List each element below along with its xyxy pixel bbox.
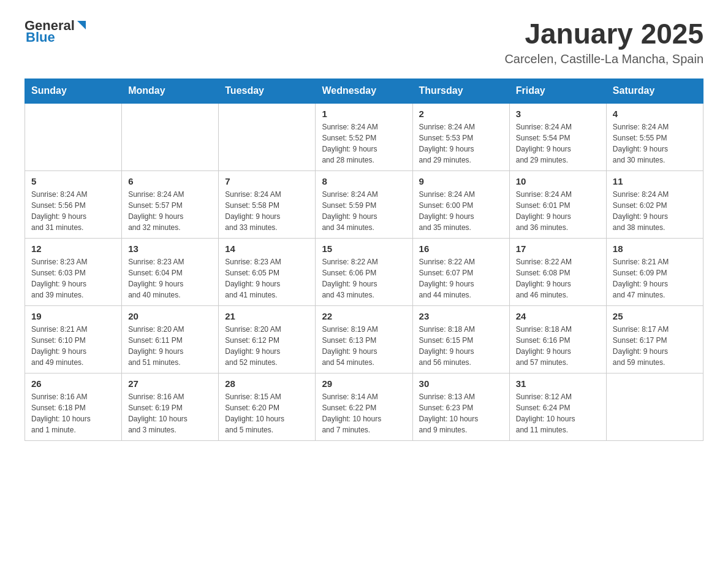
logo: General Blue (25, 18, 87, 44)
calendar-cell: 24Sunrise: 8:18 AMSunset: 6:16 PMDayligh… (509, 305, 606, 373)
calendar-cell: 3Sunrise: 8:24 AMSunset: 5:54 PMDaylight… (509, 103, 606, 171)
day-info: Sunrise: 8:24 AMSunset: 6:00 PMDaylight:… (419, 189, 503, 233)
day-number: 2 (419, 109, 503, 119)
calendar-cell: 20Sunrise: 8:20 AMSunset: 6:11 PMDayligh… (122, 305, 219, 373)
calendar-cell: 5Sunrise: 8:24 AMSunset: 5:56 PMDaylight… (25, 170, 122, 238)
calendar-cell: 10Sunrise: 8:24 AMSunset: 6:01 PMDayligh… (509, 170, 606, 238)
calendar-cell: 14Sunrise: 8:23 AMSunset: 6:05 PMDayligh… (219, 238, 316, 305)
calendar-cell: 21Sunrise: 8:20 AMSunset: 6:12 PMDayligh… (219, 305, 316, 373)
calendar-cell: 25Sunrise: 8:17 AMSunset: 6:17 PMDayligh… (606, 305, 703, 373)
day-number: 5 (31, 176, 115, 186)
day-number: 30 (419, 378, 503, 389)
calendar-cell (122, 103, 219, 171)
calendar-cell: 11Sunrise: 8:24 AMSunset: 6:02 PMDayligh… (606, 170, 703, 238)
calendar-cell: 15Sunrise: 8:22 AMSunset: 6:06 PMDayligh… (316, 238, 412, 305)
day-info: Sunrise: 8:15 AMSunset: 6:20 PMDaylight:… (225, 391, 309, 435)
day-number: 18 (613, 243, 697, 254)
day-number: 7 (225, 176, 309, 186)
day-number: 10 (516, 176, 600, 186)
weekday-header-thursday: Thursday (412, 79, 509, 103)
day-number: 8 (322, 176, 406, 186)
calendar-cell: 6Sunrise: 8:24 AMSunset: 5:57 PMDaylight… (122, 170, 219, 238)
calendar-cell: 9Sunrise: 8:24 AMSunset: 6:00 PMDaylight… (412, 170, 509, 238)
day-info: Sunrise: 8:24 AMSunset: 6:02 PMDaylight:… (613, 189, 697, 233)
calendar-cell: 16Sunrise: 8:22 AMSunset: 6:07 PMDayligh… (412, 238, 509, 305)
calendar-cell: 18Sunrise: 8:21 AMSunset: 6:09 PMDayligh… (606, 238, 703, 305)
day-number: 22 (322, 311, 406, 321)
day-info: Sunrise: 8:18 AMSunset: 6:16 PMDaylight:… (516, 324, 600, 368)
day-info: Sunrise: 8:24 AMSunset: 5:53 PMDaylight:… (419, 121, 503, 166)
calendar-week-row: 1Sunrise: 8:24 AMSunset: 5:52 PMDaylight… (25, 103, 703, 171)
calendar-cell: 7Sunrise: 8:24 AMSunset: 5:58 PMDaylight… (219, 170, 316, 238)
day-info: Sunrise: 8:13 AMSunset: 6:23 PMDaylight:… (419, 391, 503, 435)
calendar-cell: 2Sunrise: 8:24 AMSunset: 5:53 PMDaylight… (412, 103, 509, 171)
day-info: Sunrise: 8:24 AMSunset: 5:57 PMDaylight:… (128, 189, 212, 233)
weekday-header-sunday: Sunday (25, 79, 122, 103)
day-info: Sunrise: 8:24 AMSunset: 5:52 PMDaylight:… (322, 121, 406, 166)
day-info: Sunrise: 8:17 AMSunset: 6:17 PMDaylight:… (613, 324, 697, 368)
calendar-subtitle: Carcelen, Castille-La Mancha, Spain (504, 52, 703, 66)
weekday-header-saturday: Saturday (606, 79, 703, 103)
page-header: General Blue January 2025 Carcelen, Cast… (25, 18, 703, 66)
day-number: 6 (128, 176, 212, 186)
day-number: 14 (225, 243, 309, 254)
calendar-table: SundayMondayTuesdayWednesdayThursdayFrid… (25, 79, 703, 441)
day-info: Sunrise: 8:14 AMSunset: 6:22 PMDaylight:… (322, 391, 406, 435)
day-number: 15 (322, 243, 406, 254)
day-info: Sunrise: 8:22 AMSunset: 6:07 PMDaylight:… (419, 256, 503, 301)
day-info: Sunrise: 8:24 AMSunset: 5:54 PMDaylight:… (516, 121, 600, 166)
calendar-cell: 27Sunrise: 8:16 AMSunset: 6:19 PMDayligh… (122, 373, 219, 440)
day-info: Sunrise: 8:16 AMSunset: 6:18 PMDaylight:… (31, 391, 115, 435)
day-info: Sunrise: 8:24 AMSunset: 6:01 PMDaylight:… (516, 189, 600, 233)
logo-triangle-icon (76, 20, 87, 31)
calendar-cell: 26Sunrise: 8:16 AMSunset: 6:18 PMDayligh… (25, 373, 122, 440)
day-number: 9 (419, 176, 503, 186)
day-number: 16 (419, 243, 503, 254)
day-number: 4 (613, 109, 697, 119)
day-number: 1 (322, 109, 406, 119)
calendar-title: January 2025 (504, 18, 703, 50)
calendar-cell: 22Sunrise: 8:19 AMSunset: 6:13 PMDayligh… (316, 305, 412, 373)
day-number: 31 (516, 378, 600, 389)
day-info: Sunrise: 8:16 AMSunset: 6:19 PMDaylight:… (128, 391, 212, 435)
day-info: Sunrise: 8:12 AMSunset: 6:24 PMDaylight:… (516, 391, 600, 435)
day-info: Sunrise: 8:21 AMSunset: 6:10 PMDaylight:… (31, 324, 115, 368)
weekday-header-friday: Friday (509, 79, 606, 103)
day-number: 3 (516, 109, 600, 119)
day-info: Sunrise: 8:18 AMSunset: 6:15 PMDaylight:… (419, 324, 503, 368)
day-number: 13 (128, 243, 212, 254)
day-number: 17 (516, 243, 600, 254)
day-info: Sunrise: 8:24 AMSunset: 5:59 PMDaylight:… (322, 189, 406, 233)
day-info: Sunrise: 8:23 AMSunset: 6:04 PMDaylight:… (128, 256, 212, 301)
calendar-cell (606, 373, 703, 440)
calendar-week-row: 5Sunrise: 8:24 AMSunset: 5:56 PMDaylight… (25, 170, 703, 238)
day-info: Sunrise: 8:24 AMSunset: 5:58 PMDaylight:… (225, 189, 309, 233)
weekday-header-row: SundayMondayTuesdayWednesdayThursdayFrid… (25, 79, 703, 103)
svg-marker-0 (77, 21, 86, 29)
day-info: Sunrise: 8:22 AMSunset: 6:06 PMDaylight:… (322, 256, 406, 301)
title-block: January 2025 Carcelen, Castille-La Manch… (504, 18, 703, 66)
calendar-cell: 8Sunrise: 8:24 AMSunset: 5:59 PMDaylight… (316, 170, 412, 238)
day-info: Sunrise: 8:24 AMSunset: 5:55 PMDaylight:… (613, 121, 697, 166)
day-number: 12 (31, 243, 115, 254)
day-number: 29 (322, 378, 406, 389)
calendar-cell (219, 103, 316, 171)
day-number: 21 (225, 311, 309, 321)
day-number: 28 (225, 378, 309, 389)
calendar-cell: 28Sunrise: 8:15 AMSunset: 6:20 PMDayligh… (219, 373, 316, 440)
day-info: Sunrise: 8:21 AMSunset: 6:09 PMDaylight:… (613, 256, 697, 301)
calendar-week-row: 19Sunrise: 8:21 AMSunset: 6:10 PMDayligh… (25, 305, 703, 373)
day-info: Sunrise: 8:23 AMSunset: 6:03 PMDaylight:… (31, 256, 115, 301)
calendar-cell: 4Sunrise: 8:24 AMSunset: 5:55 PMDaylight… (606, 103, 703, 171)
calendar-cell: 1Sunrise: 8:24 AMSunset: 5:52 PMDaylight… (316, 103, 412, 171)
calendar-week-row: 26Sunrise: 8:16 AMSunset: 6:18 PMDayligh… (25, 373, 703, 440)
day-info: Sunrise: 8:23 AMSunset: 6:05 PMDaylight:… (225, 256, 309, 301)
day-number: 19 (31, 311, 115, 321)
day-info: Sunrise: 8:22 AMSunset: 6:08 PMDaylight:… (516, 256, 600, 301)
logo-blue: Blue (25, 31, 55, 44)
calendar-cell (25, 103, 122, 171)
calendar-week-row: 12Sunrise: 8:23 AMSunset: 6:03 PMDayligh… (25, 238, 703, 305)
calendar-cell: 31Sunrise: 8:12 AMSunset: 6:24 PMDayligh… (509, 373, 606, 440)
calendar-cell: 19Sunrise: 8:21 AMSunset: 6:10 PMDayligh… (25, 305, 122, 373)
day-info: Sunrise: 8:24 AMSunset: 5:56 PMDaylight:… (31, 189, 115, 233)
